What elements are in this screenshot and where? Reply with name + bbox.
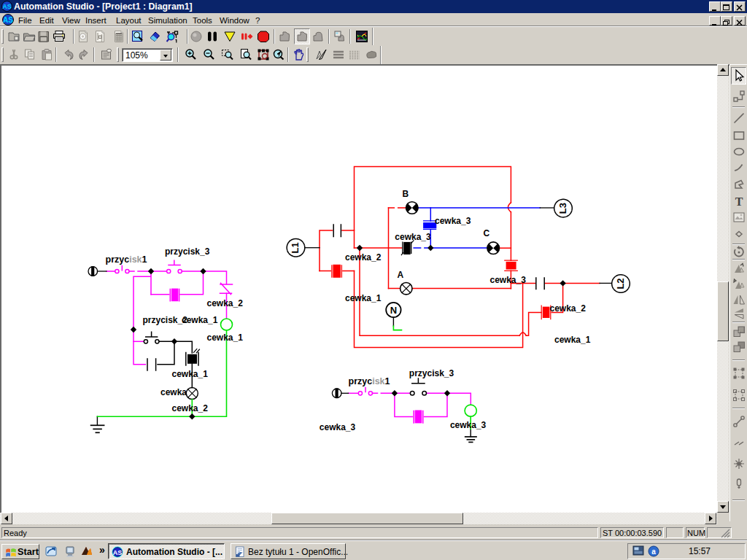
svg-text:cewka_2: cewka_2	[345, 252, 382, 262]
svg-text:L1: L1	[290, 242, 301, 253]
svg-text:cewka_1: cewka_1	[345, 293, 382, 303]
svg-text:cewka_3: cewka_3	[435, 216, 471, 226]
svg-text:cewka_2: cewka_2	[207, 298, 244, 308]
svg-text:T: T	[735, 195, 743, 207]
svg-text:a: a	[651, 548, 656, 556]
svg-text:AS: AS	[2, 3, 12, 10]
svg-text:cewka_1: cewka_1	[182, 315, 218, 325]
svg-text:przycisk_3: przycisk_3	[165, 246, 210, 257]
svg-text:cewka_2: cewka_2	[172, 403, 209, 413]
svg-text:A: A	[398, 270, 404, 280]
svg-text:cewka_1: cewka_1	[207, 332, 244, 343]
svg-text:cewka_3: cewka_3	[450, 420, 487, 430]
svg-text:L2: L2	[615, 278, 626, 289]
svg-text:AS: AS	[113, 549, 123, 556]
svg-text:cewka_3: cewka_3	[490, 275, 527, 285]
svg-text:B: B	[403, 189, 409, 199]
svg-text:przycisk_3: przycisk_3	[409, 368, 454, 378]
svg-text:przycisk_2: przycisk_2	[143, 315, 188, 325]
svg-text:cewka: cewka	[160, 387, 187, 397]
svg-text:L3: L3	[557, 203, 568, 214]
svg-text:cewka_1: cewka_1	[172, 369, 209, 379]
svg-text:przycisk1: przycisk1	[349, 376, 390, 386]
svg-text:C: C	[484, 228, 490, 238]
svg-text:cewka_2: cewka_2	[550, 303, 587, 314]
svg-text:cewka_3: cewka_3	[395, 232, 431, 242]
svg-text:N: N	[390, 305, 397, 316]
svg-text:cewka_3: cewka_3	[320, 422, 356, 432]
svg-text:przycisk1: przycisk1	[106, 254, 147, 265]
svg-text:cewka_1: cewka_1	[554, 335, 591, 345]
